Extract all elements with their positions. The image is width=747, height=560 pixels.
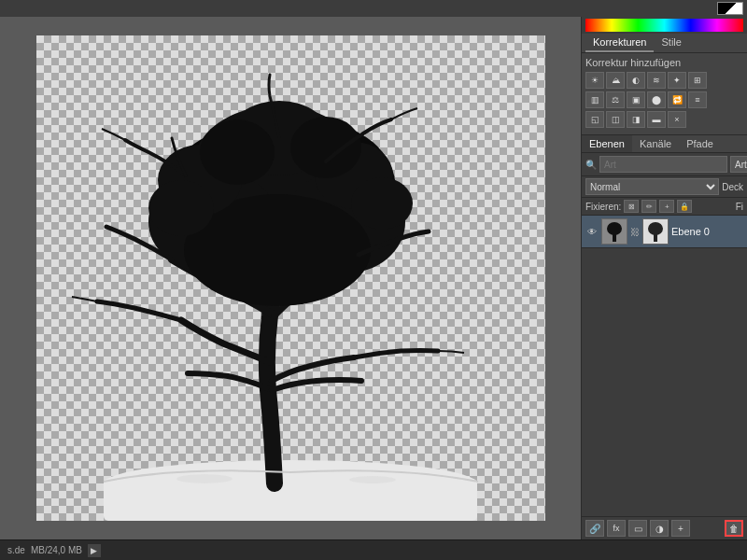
tab-korrekturen[interactable]: Korrekturen [585, 34, 654, 52]
svg-point-17 [349, 476, 396, 483]
corrections-icons-row3: ◱ ◫ ◨ ▬ × [585, 111, 743, 128]
fix-pos-icon[interactable]: ⊠ [624, 200, 639, 213]
threshold-icon[interactable]: ◫ [606, 111, 625, 128]
tab-kanaele[interactable]: Kanäle [632, 135, 679, 152]
svg-point-15 [351, 177, 413, 230]
corrections-title: Korrektur hinzufügen [585, 57, 743, 68]
vibrance-icon[interactable]: ✦ [668, 72, 686, 89]
blend-mode-select[interactable]: Normal [585, 178, 719, 195]
bw-icon[interactable]: ⚖ [606, 91, 625, 108]
fix-move-icon[interactable]: + [659, 200, 674, 213]
brightness-icon[interactable]: ☀ [585, 72, 604, 89]
tab-ebenen[interactable]: Ebenen [582, 135, 632, 152]
layer-item[interactable]: 👁 ⛓ [582, 216, 747, 248]
corrections-icons-row1: ☀ ⛰ ◐ ≋ ✦ ⊞ [585, 72, 743, 89]
layer-name: Ebene 0 [671, 226, 743, 237]
fix-row: Fixieren: ⊠ ✏ + 🔒 Fi [582, 198, 747, 216]
posterize-icon[interactable]: ◱ [585, 111, 604, 128]
delete-layer-button[interactable]: 🗑 [725, 520, 743, 537]
layers-toolbar: 🔍 Art 📁 ○ T [582, 153, 747, 176]
tab-stile[interactable]: Stile [654, 34, 688, 52]
bottom-filename: s.de [7, 545, 25, 555]
link-layers-button[interactable]: 🔗 [585, 520, 604, 537]
gradient-map-icon[interactable]: ▬ [647, 111, 666, 128]
layers-tabs: Ebenen Kanäle Pfade [582, 135, 747, 153]
svg-point-12 [200, 119, 275, 185]
fix-brush-icon[interactable]: ✏ [641, 200, 656, 213]
svg-rect-23 [654, 229, 657, 242]
color-lookup-icon[interactable]: 🔁 [668, 91, 686, 108]
layers-bottom: 🔗 fx ▭ ◑ + 🗑 [582, 516, 747, 539]
corrections-icons-row2: ▥ ⚖ ▣ ⬤ 🔁 ≡ [585, 91, 743, 108]
layers-kind-select[interactable]: Art [730, 156, 747, 173]
svg-point-16 [176, 474, 233, 483]
exposure-icon[interactable]: ≋ [647, 72, 666, 89]
add-mask-button[interactable]: ▭ [628, 520, 647, 537]
corrections-tabs: Korrekturen Stile [582, 34, 747, 53]
opacity-label: Deck [722, 182, 743, 192]
svg-point-13 [290, 117, 361, 178]
new-layer-button[interactable]: + [671, 520, 690, 537]
levels-icon[interactable]: ⛰ [606, 72, 625, 89]
right-panel: Korrekturen Stile Korrektur hinzufügen ☀… [581, 17, 747, 539]
layers-content: 👁 ⛓ [582, 216, 747, 516]
layer-mask-svg [643, 219, 668, 244]
bottom-arrow[interactable]: ▶ [88, 544, 101, 557]
svg-rect-1 [104, 479, 477, 521]
channel-mixer-icon[interactable]: ⬤ [647, 91, 666, 108]
blend-mode-row: Normal Deck [582, 176, 747, 198]
layer-thumb-svg [602, 219, 627, 244]
layers-panel: Ebenen Kanäle Pfade 🔍 Art 📁 ○ T Normal [582, 135, 747, 539]
svg-rect-20 [613, 229, 616, 242]
main-area: Korrekturen Stile Korrektur hinzufügen ☀… [0, 17, 747, 539]
tab-pfade[interactable]: Pfade [679, 135, 721, 152]
invert-icon[interactable]: ≡ [688, 91, 707, 108]
tree-image [36, 35, 545, 521]
top-bar [0, 0, 747, 17]
bottom-filesize: MB/24,0 MB [31, 545, 82, 555]
fill-label: Fi [736, 202, 743, 212]
photo-filter-icon[interactable]: ▣ [627, 91, 645, 108]
layer-mask-thumbnail [642, 218, 669, 245]
canvas-area [0, 17, 581, 539]
color-gradient-bar[interactable] [585, 19, 743, 32]
svg-point-14 [148, 180, 214, 236]
layers-search-input[interactable] [599, 156, 727, 173]
fix-label: Fixieren: [585, 202, 621, 212]
new-fill-button[interactable]: ◑ [650, 520, 669, 537]
corrections-panel: Korrektur hinzufügen ☀ ⛰ ◐ ≋ ✦ ⊞ ▥ ⚖ ▣ ⬤… [582, 53, 747, 135]
bottom-bar: s.de MB/24,0 MB ▶ [0, 539, 747, 560]
curves-icon[interactable]: ◐ [627, 72, 645, 89]
layer-thumbnail [601, 218, 627, 245]
fix-lock-icon[interactable]: 🔒 [677, 200, 692, 213]
color-balance-icon[interactable]: ▥ [585, 91, 604, 108]
layer-visibility-toggle[interactable]: 👁 [585, 225, 599, 238]
tree-svg [36, 35, 545, 521]
extra-icon[interactable]: × [668, 111, 686, 128]
canvas-wrapper [36, 35, 545, 521]
color-swatch[interactable] [717, 2, 743, 15]
hue-sat-icon[interactable]: ⊞ [688, 72, 707, 89]
layer-fx-button[interactable]: fx [607, 520, 626, 537]
layer-chain-icon: ⛓ [630, 227, 640, 237]
selective-color-icon[interactable]: ◨ [627, 111, 645, 128]
